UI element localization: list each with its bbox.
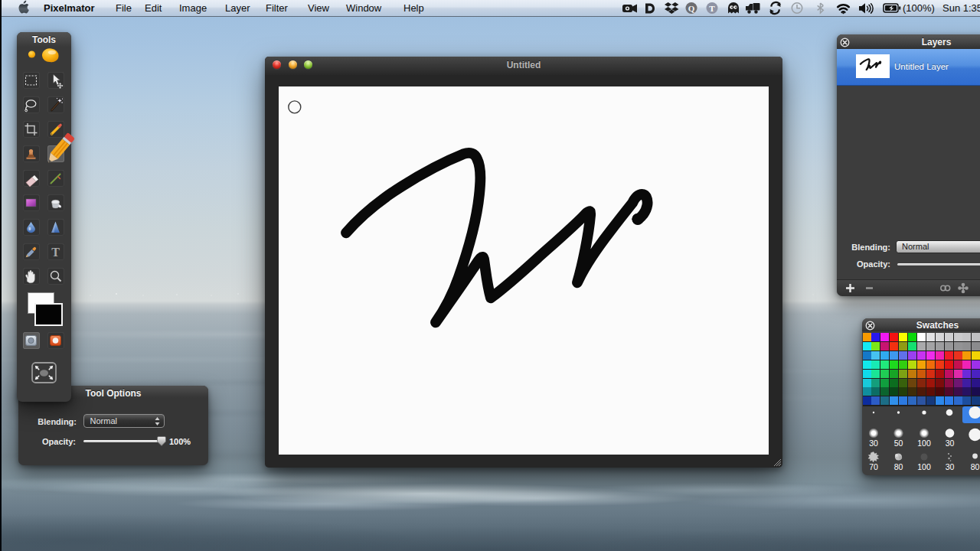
svg-text:(100%): (100%) [903,2,935,14]
svg-text:100: 100 [917,462,931,471]
svg-text:30: 30 [946,462,955,471]
svg-text:50: 50 [894,439,903,448]
svg-text:30: 30 [869,439,878,448]
svg-text:30: 30 [946,439,955,448]
svg-text:T: T [709,4,715,13]
svg-text:Q: Q [688,4,695,13]
svg-text:80: 80 [894,462,903,471]
svg-text:100: 100 [917,439,931,448]
svg-text:70: 70 [869,462,878,471]
svg-text:80: 80 [971,462,980,471]
svg-text:Sun 1:35: Sun 1:35 [942,2,980,14]
